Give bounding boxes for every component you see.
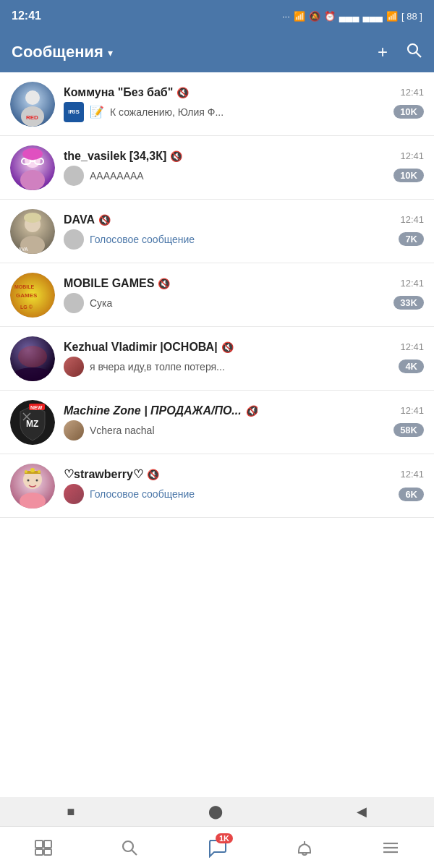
- add-button[interactable]: +: [378, 42, 388, 62]
- conversation-bottom-row: Vchera nachal 58K: [64, 420, 424, 441]
- wifi-icon: 📶: [386, 11, 398, 22]
- mute-icon: 🔇: [245, 405, 258, 417]
- conversation-bottom-row: я вчера иду,в толпе потеря... 4K: [64, 357, 424, 377]
- mute-icon: 🔇: [170, 150, 182, 162]
- status-icons: ··· 📶 🔕 ⏰ ▄▄▄ ▄▄▄ 📶 [ 88 ]: [282, 11, 422, 22]
- avatar: [10, 145, 55, 190]
- signal-icon: ▄▄▄: [339, 11, 359, 22]
- conversation-time: 12:41: [400, 87, 424, 98]
- svg-point-12: [22, 148, 43, 160]
- avatar: RED: [10, 82, 55, 127]
- search-header-button[interactable]: [405, 41, 422, 63]
- conversation-name: ♡strawberry♡ 🔇: [64, 467, 159, 481]
- conversation-top-row: Kezhual Vladimir |ОСНОВА| 🔇 12:41: [64, 341, 424, 354]
- svg-point-35: [25, 470, 27, 473]
- svg-point-34: [30, 468, 35, 472]
- conversation-top-row: Коммуна "Без баб" 🔇 12:41: [64, 86, 424, 99]
- list-item[interactable]: Kezhual Vladimir |ОСНОВА| 🔇 12:41 я вчер…: [0, 327, 434, 391]
- svg-text:LG ©: LG ©: [20, 305, 33, 310]
- conversation-preview: АААААААА: [90, 170, 388, 182]
- avatar: MZ NEW: [10, 400, 55, 445]
- conversation-content: Machine Zone | ПРОДАЖА/ПО... 🔇 12:41 Vch…: [64, 404, 424, 441]
- list-item[interactable]: the_vasilek [34,3К] 🔇 12:41 АААААААА 10K: [0, 136, 434, 200]
- nav-item-notifications[interactable]: [288, 835, 321, 860]
- conversation-time: 12:41: [400, 405, 424, 416]
- menu-icon: [381, 838, 400, 857]
- svg-point-16: [24, 213, 41, 223]
- unread-badge: 7K: [399, 232, 424, 246]
- conversation-name: MOBILE GAMES 🔇: [64, 277, 170, 290]
- list-item[interactable]: ♡strawberry♡ 🔇 12:41 Голосовое сообщение…: [0, 454, 434, 518]
- bluetooth-icon: 📶: [294, 11, 305, 22]
- system-nav-bar: ■ ⬤ ◀: [0, 797, 434, 826]
- unread-badge: 58K: [393, 423, 424, 437]
- conversation-time: 12:41: [400, 150, 424, 161]
- home-button[interactable]: ⬤: [208, 804, 223, 820]
- conversation-top-row: ♡strawberry♡ 🔇 12:41: [64, 467, 424, 481]
- conversation-content: ♡strawberry♡ 🔇 12:41 Голосовое сообщение…: [64, 467, 424, 504]
- conversation-bottom-row: Голосовое сообщение 7K: [64, 229, 424, 250]
- mute-icon: 🔇: [221, 341, 234, 353]
- bell-icon: [295, 838, 314, 857]
- unread-badge: 6K: [399, 488, 424, 501]
- conversation-preview: Голосовое сообщение: [90, 234, 393, 245]
- svg-rect-41: [44, 841, 51, 848]
- conversation-content: MOBILE GAMES 🔇 12:41 Сука 33K: [64, 277, 424, 313]
- nav-item-menu[interactable]: [374, 835, 407, 860]
- preview-wrap: IRIS 📝 К сожалению, Юлия Ф...: [64, 102, 388, 122]
- conversation-top-row: DAVA 🔇 12:41: [64, 213, 424, 226]
- bottom-navigation: 1K: [0, 826, 434, 868]
- status-time: 12:41: [12, 9, 41, 22]
- svg-point-3: [25, 90, 40, 105]
- sender-avatar: IRIS: [64, 102, 84, 122]
- conversation-top-row: MOBILE GAMES 🔇 12:41: [64, 277, 424, 290]
- unread-badge: 4K: [399, 359, 424, 373]
- back-button[interactable]: ◀: [357, 804, 367, 820]
- nav-item-feed[interactable]: [27, 835, 60, 860]
- conversation-preview: Vchera nachal: [90, 425, 388, 436]
- svg-point-8: [20, 170, 45, 190]
- conversation-bottom-row: Голосовое сообщение 6K: [64, 484, 424, 504]
- avatar: DAVA: [10, 209, 55, 254]
- svg-rect-42: [35, 849, 43, 855]
- sender-avatar: [64, 229, 84, 250]
- preview-wrap: АААААААА: [64, 166, 388, 186]
- svg-line-1: [417, 53, 422, 58]
- conversation-content: the_vasilek [34,3К] 🔇 12:41 АААААААА 10K: [64, 150, 424, 186]
- svg-text:MOBILE: MOBILE: [14, 284, 35, 289]
- mute-icon: 🔇: [176, 87, 189, 98]
- unread-badge: 33K: [393, 296, 424, 310]
- list-item[interactable]: DAVA DAVA 🔇 12:41 Голосовое сообщение 7K: [0, 200, 434, 263]
- conversation-top-row: the_vasilek [34,3К] 🔇 12:41: [64, 150, 424, 163]
- conversation-bottom-row: АААААААА 10K: [64, 166, 424, 186]
- sender-avatar: [64, 293, 84, 313]
- svg-point-38: [27, 479, 30, 481]
- preview-wrap: Сука: [64, 293, 388, 313]
- stop-button[interactable]: ■: [67, 804, 75, 820]
- signal2-icon: ▄▄▄: [362, 11, 383, 22]
- svg-text:RED: RED: [26, 114, 38, 121]
- list-item[interactable]: RED Коммуна "Без баб" 🔇 12:41 IRIS 📝 К с…: [0, 72, 434, 136]
- avatar: [10, 464, 55, 509]
- conversation-name: Kezhual Vladimir |ОСНОВА| 🔇: [64, 341, 234, 354]
- preview-emoji: 📝: [90, 105, 104, 119]
- list-item[interactable]: MOBILE GAMES LG © MOBILE GAMES 🔇 12:41 С…: [0, 263, 434, 327]
- header-title-group[interactable]: Сообщения ▾: [12, 43, 113, 61]
- svg-text:GAMES: GAMES: [16, 292, 38, 299]
- unread-badge: 10K: [393, 169, 424, 182]
- sender-avatar: [64, 357, 84, 377]
- conversation-bottom-row: IRIS 📝 К сожалению, Юлия Ф... 10K: [64, 102, 424, 122]
- conversation-name: Machine Zone | ПРОДАЖА/ПО... 🔇: [64, 404, 258, 417]
- conversations-list: RED Коммуна "Без баб" 🔇 12:41 IRIS 📝 К с…: [0, 72, 434, 589]
- conversation-preview: Сука: [90, 297, 388, 309]
- nav-item-messages[interactable]: 1K: [200, 835, 234, 861]
- conversation-preview: К сожалению, Юлия Ф...: [110, 106, 388, 118]
- conversation-time: 12:41: [400, 214, 424, 225]
- preview-wrap: Голосовое сообщение: [64, 484, 393, 504]
- messages-badge: 1K: [216, 833, 233, 843]
- list-item[interactable]: MZ NEW Machine Zone | ПРОДАЖА/ПО... 🔇 12…: [0, 391, 434, 454]
- sender-avatar: [64, 484, 84, 504]
- unread-badge: 10K: [393, 105, 424, 119]
- nav-item-search[interactable]: [113, 835, 146, 860]
- svg-point-39: [36, 479, 38, 481]
